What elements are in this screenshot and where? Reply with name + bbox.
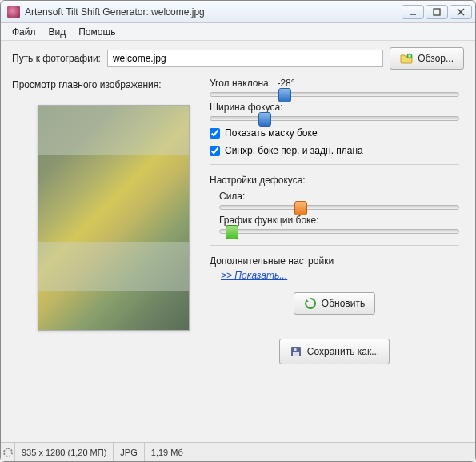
minimize-button[interactable] — [402, 5, 424, 19]
menu-help[interactable]: Помощь — [78, 26, 115, 38]
svg-rect-10 — [296, 348, 298, 351]
angle-row: Угол наклона: -28° — [210, 78, 459, 89]
show-mask-label: Показать маску боке — [225, 127, 318, 139]
status-spinner-cell — [1, 443, 15, 461]
sync-bokeh-label: Синхр. боке пер. и задн. плана — [225, 145, 363, 156]
angle-track[interactable] — [210, 92, 459, 97]
svg-rect-8 — [293, 352, 299, 356]
angle-value: -28° — [277, 78, 294, 89]
save-as-label: Сохранить как... — [307, 346, 379, 357]
close-icon — [454, 6, 467, 18]
menubar: Файл Вид Помощь — [1, 23, 475, 41]
spinner-icon — [3, 448, 13, 457]
browse-label: Обзор... — [418, 53, 454, 64]
main-split: Просмотр главного изображения: Угол накл… — [12, 78, 464, 439]
refresh-button[interactable]: Обновить — [294, 292, 375, 315]
left-column: Просмотр главного изображения: — [12, 78, 200, 439]
folder-open-icon — [400, 52, 413, 65]
status-size: 1,19 Мб — [145, 443, 190, 461]
minimize-icon — [406, 6, 419, 18]
strength-label: Сила: — [219, 191, 459, 202]
titlebar: Artensoft Tilt Shift Generator: welcome.… — [1, 1, 475, 23]
strength-slider[interactable] — [219, 205, 459, 210]
angle-label: Угол наклона: — [210, 78, 271, 89]
focus-width-knob[interactable] — [258, 112, 271, 127]
maximize-icon — [430, 6, 443, 18]
show-mask-checkbox[interactable] — [210, 128, 220, 139]
show-mask-row[interactable]: Показать маску боке — [210, 127, 459, 139]
status-format: JPG — [114, 443, 144, 461]
graph-label: График функции боке: — [219, 215, 459, 226]
strength-track[interactable] — [219, 205, 459, 210]
app-icon — [7, 6, 20, 18]
path-row: Путь к фотографии: Обзор... — [12, 47, 464, 70]
focus-width-slider[interactable] — [210, 116, 459, 121]
graph-knob[interactable] — [226, 225, 238, 239]
svg-rect-1 — [434, 9, 440, 15]
defocus-label: Настройки дефокуса: — [210, 175, 459, 186]
divider-1 — [210, 164, 459, 165]
refresh-icon — [304, 297, 317, 310]
focus-width-label: Ширина фокуса: — [210, 102, 459, 113]
window-buttons — [402, 5, 472, 19]
status-dimensions: 935 x 1280 (1,20 МП) — [15, 443, 114, 461]
more-settings-label: Дополнительные настройки — [210, 255, 459, 267]
divider-2 — [210, 245, 459, 246]
save-icon — [290, 345, 302, 358]
sync-bokeh-checkbox[interactable] — [210, 146, 220, 156]
graph-slider[interactable] — [219, 229, 459, 234]
path-input[interactable] — [107, 50, 383, 67]
right-column: Угол наклона: -28° Ширина фокуса: П — [210, 78, 464, 439]
sync-bokeh-row[interactable]: Синхр. боке пер. и задн. плана — [210, 145, 459, 156]
strength-knob[interactable] — [294, 201, 307, 215]
menu-view[interactable]: Вид — [49, 26, 66, 38]
refresh-label: Обновить — [322, 298, 365, 309]
window-title: Artensoft Tilt Shift Generator: welcome.… — [25, 6, 402, 18]
content-area: Путь к фотографии: Обзор... Просмотр гла… — [1, 41, 475, 442]
maximize-button[interactable] — [426, 5, 448, 19]
angle-slider[interactable] — [210, 92, 459, 97]
save-as-button[interactable]: Сохранить как... — [279, 339, 390, 364]
graph-track[interactable] — [219, 229, 459, 234]
app-window: Artensoft Tilt Shift Generator: welcome.… — [0, 0, 476, 462]
show-more-link[interactable]: >> Показать... — [221, 270, 459, 281]
close-button[interactable] — [450, 5, 472, 19]
path-label: Путь к фотографии: — [12, 53, 101, 64]
angle-knob[interactable] — [278, 88, 291, 102]
preview-label: Просмотр главного изображения: — [12, 79, 200, 90]
svg-rect-9 — [294, 348, 298, 351]
focus-width-track[interactable] — [210, 116, 459, 121]
browse-button[interactable]: Обзор... — [390, 47, 464, 70]
statusbar: 935 x 1280 (1,20 МП) JPG 1,19 Мб — [1, 442, 475, 461]
preview-image — [38, 105, 190, 331]
menu-file[interactable]: Файл — [12, 26, 36, 38]
